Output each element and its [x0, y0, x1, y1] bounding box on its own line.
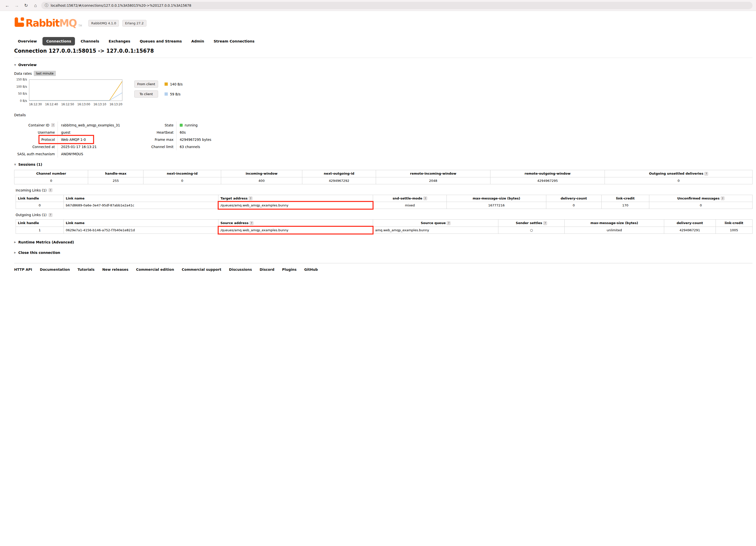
- from-client-rate: 140 B/s: [170, 82, 183, 86]
- cell-max-message-size: unlimited: [565, 226, 664, 233]
- x-tick: 16:12:50: [61, 103, 74, 106]
- footer-link-discord[interactable]: Discord: [260, 267, 275, 271]
- address-bar[interactable]: ⓘ localhost:15672/#/connections/127.0.0.…: [41, 2, 753, 9]
- home-icon[interactable]: ⌂: [32, 3, 39, 8]
- session-table-row: 0 255 0 400 4294967292 2048 4294967295 0: [14, 177, 753, 184]
- footer-link-new-releases[interactable]: New releases: [102, 267, 128, 271]
- tab-exchanges[interactable]: Exchanges: [105, 37, 134, 45]
- state-label: State: [165, 123, 173, 127]
- sasl-value: ANONYMOUS: [58, 150, 139, 157]
- help-icon[interactable]: ?: [249, 196, 252, 200]
- outgoing-links-table: Link handle Link name Source address ? S…: [16, 219, 753, 234]
- cell-link-name: 0629e7a1-4156-b146-a752-f7b40e1e821d: [64, 226, 218, 233]
- refresh-icon[interactable]: ↻: [22, 3, 30, 8]
- column-header: incoming-window: [221, 170, 302, 177]
- column-header: Source address ?: [218, 219, 373, 227]
- cell-next-outgoing-id: 4294967292: [302, 177, 376, 184]
- rabbitmq-version-badge: RabbitMQ 4.1.0: [88, 20, 119, 27]
- help-icon[interactable]: ?: [49, 213, 52, 217]
- overview-section-toggle[interactable]: ▼ Overview: [14, 63, 36, 67]
- from-client-button[interactable]: From client: [134, 80, 158, 88]
- to-client-swatch: [165, 92, 168, 96]
- tab-overview[interactable]: Overview: [14, 37, 40, 45]
- header: RabbitMQ TM RabbitMQ 4.1.0 Erlang 27.2: [14, 17, 753, 28]
- sessions-section-toggle[interactable]: ▼ Sessions (1): [14, 162, 42, 166]
- to-client-button[interactable]: To client: [134, 90, 158, 98]
- container-id-label: Container ID: [28, 123, 49, 127]
- help-icon[interactable]: ?: [447, 221, 450, 225]
- column-header: delivery-count: [546, 195, 601, 202]
- cell-max-message-size: 16777216: [447, 202, 546, 209]
- legend-row-from-client: From client 140 B/s: [134, 80, 183, 88]
- column-header: Source queue ?: [373, 219, 498, 227]
- help-icon[interactable]: ?: [704, 172, 708, 176]
- forward-icon[interactable]: →: [13, 3, 20, 8]
- help-icon[interactable]: ?: [423, 196, 427, 200]
- help-icon[interactable]: ?: [49, 188, 52, 192]
- detail-row-channel-limit: Channel limit 63 channels: [144, 143, 238, 150]
- chart-y-axis: 150 B/s 100 B/s 50 B/s 0 B/s: [14, 79, 27, 101]
- site-info-icon[interactable]: ⓘ: [45, 3, 48, 8]
- chevron-right-icon: ▶: [14, 251, 16, 254]
- tab-connections[interactable]: Connections: [42, 37, 75, 45]
- help-icon[interactable]: ?: [250, 221, 253, 225]
- footer-link-plugins[interactable]: Plugins: [282, 267, 297, 271]
- x-tick: 16:13:00: [77, 103, 90, 106]
- back-icon[interactable]: ←: [3, 3, 11, 8]
- incoming-links-title: Incoming Links (1) ?: [16, 188, 753, 192]
- cell-link-name: b67d8689-0a6e-3e47-95df-87abb1e2a41c: [64, 202, 218, 209]
- tab-admin[interactable]: Admin: [188, 37, 208, 45]
- column-header: link-credit: [601, 195, 649, 202]
- column-header: snd-settle-mode ?: [373, 195, 447, 202]
- trademark-label: TM: [78, 24, 82, 27]
- cell-link-credit: 170: [601, 202, 649, 209]
- footer-link-http-api[interactable]: HTTP API: [14, 267, 32, 271]
- legend-row-to-client: To client 59 B/s: [134, 90, 183, 98]
- data-rates-chart-block: 150 B/s 100 B/s 50 B/s 0 B/s 16:12:30 16…: [14, 79, 753, 106]
- tab-stream-connections[interactable]: Stream Connections: [210, 37, 258, 45]
- incoming-links-table: Link handle Link name Target address ? s…: [16, 195, 753, 209]
- rabbitmq-management-page: RabbitMQ TM RabbitMQ 4.1.0 Erlang 27.2 O…: [0, 11, 756, 278]
- tab-queues-and-streams[interactable]: Queues and Streams: [136, 37, 186, 45]
- cell-link-handle: 1: [16, 226, 64, 233]
- erlang-version-badge: Erlang 27.2: [122, 20, 146, 27]
- column-header: Link name: [64, 219, 218, 227]
- cell-next-incoming-id: 0: [143, 177, 221, 184]
- main-nav-tabs: Overview Connections Channels Exchanges …: [14, 37, 753, 45]
- cell-sender-settles: ○: [498, 226, 565, 233]
- tab-channels[interactable]: Channels: [77, 37, 103, 45]
- overview-section-title: Overview: [18, 63, 37, 67]
- footer-link-discussions[interactable]: Discussions: [229, 267, 252, 271]
- footer-link-commercial-support[interactable]: Commercial support: [182, 267, 221, 271]
- runtime-metrics-title: Runtime Metrics (Advanced): [18, 240, 74, 244]
- outgoing-link-row: 1 0629e7a1-4156-b146-a752-f7b40e1e821d /…: [16, 226, 753, 233]
- y-tick: 150 B/s: [16, 78, 27, 81]
- column-header: max-message-size (bytes): [565, 219, 664, 227]
- close-connection-section-toggle[interactable]: ▶ Close this connection: [14, 250, 60, 254]
- column-header: Target address ?: [218, 195, 373, 202]
- protocol-label: Protocol: [41, 138, 55, 142]
- help-icon[interactable]: ?: [51, 123, 55, 127]
- footer-link-documentation[interactable]: Documentation: [40, 267, 70, 271]
- footer-link-commercial-edition[interactable]: Commercial edition: [136, 267, 174, 271]
- column-header: max-message-size (bytes): [447, 195, 546, 202]
- cell-delivery-count: 0: [546, 202, 601, 209]
- incoming-links-header-row: Link handle Link name Target address ? s…: [16, 195, 753, 202]
- detail-row-heartbeat: Heartbeat 60s: [144, 129, 238, 136]
- cell-incoming-window: 400: [221, 177, 302, 184]
- column-header: remote-outgoing-window: [490, 170, 605, 177]
- footer-link-tutorials[interactable]: Tutorials: [77, 267, 95, 271]
- data-rates-mode-selector[interactable]: last minute: [34, 71, 56, 76]
- help-icon[interactable]: ?: [721, 196, 724, 200]
- session-table-header-row: Channel number handle-max next-incoming-…: [14, 170, 753, 177]
- footer-link-github[interactable]: GitHub: [304, 267, 318, 271]
- sasl-label: SASL auth mechanism: [17, 152, 55, 156]
- runtime-metrics-section-toggle[interactable]: ▶ Runtime Metrics (Advanced): [14, 240, 74, 244]
- rabbitmq-wordmark[interactable]: RabbitMQ: [26, 18, 77, 28]
- data-rates-label: Data rates: [14, 71, 32, 75]
- cell-target-address: /queues/amq.web_amqp_examples.bunny: [218, 202, 373, 209]
- x-tick: 16:13:10: [93, 103, 106, 106]
- help-icon[interactable]: ?: [543, 221, 547, 225]
- column-header: Outgoing unsettled deliveries ?: [605, 170, 753, 177]
- cell-link-handle: 0: [16, 202, 64, 209]
